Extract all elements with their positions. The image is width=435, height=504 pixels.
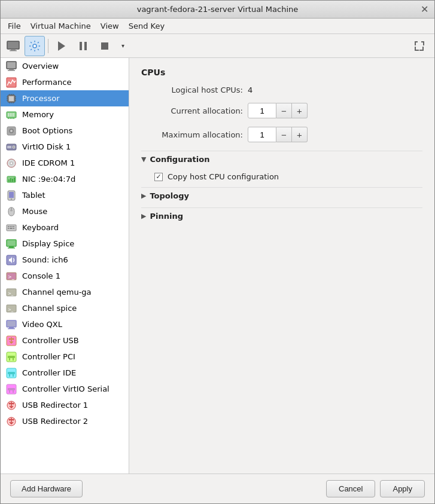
maximum-allocation-increment[interactable]: + [292, 127, 308, 142]
svg-rect-89 [8, 388, 15, 390]
sidebar-label-controller-ide: Controller IDE [22, 368, 76, 377]
topology-header[interactable]: ▶ Topology [141, 187, 422, 204]
svg-point-54 [10, 209, 13, 211]
sidebar-item-overview[interactable]: Overview [1, 58, 129, 74]
monitor-btn[interactable] [3, 36, 23, 56]
pinning-header[interactable]: ▶ Pinning [141, 207, 422, 224]
svg-point-96 [9, 419, 11, 420]
sidebar-label-mouse: Mouse [22, 207, 47, 216]
sidebar-item-boot-options[interactable]: Boot Options [1, 123, 129, 139]
copy-cpu-row[interactable]: ✓ Copy host CPU configuration [154, 172, 413, 181]
svg-rect-5 [80, 42, 82, 50]
svg-point-3 [33, 44, 36, 48]
svg-rect-27 [8, 113, 9, 117]
svg-rect-41 [7, 146, 11, 148]
svg-rect-13 [9, 96, 14, 101]
svg-rect-90 [9, 390, 10, 393]
sidebar-item-controller-ide[interactable]: Controller IDE [1, 365, 129, 381]
current-allocation-decrement[interactable]: − [276, 103, 292, 118]
svg-rect-61 [10, 228, 13, 229]
svg-rect-8 [7, 62, 16, 69]
sidebar-item-performance[interactable]: Performance [1, 74, 129, 90]
sidebar-item-nic[interactable]: NIC :9e:04:7d [1, 171, 129, 187]
apply-button[interactable]: Apply [380, 480, 425, 497]
virtio-disk-icon [5, 141, 17, 153]
maximum-allocation-decrement[interactable]: − [276, 127, 292, 142]
video-qxl-icon [5, 319, 17, 331]
sidebar-item-controller-pci[interactable]: Controller PCI [1, 349, 129, 365]
sidebar-item-keyboard[interactable]: Keyboard [1, 219, 129, 236]
stop-btn[interactable] [95, 36, 115, 56]
copy-cpu-label: Copy host CPU configuration [168, 172, 279, 181]
sidebar-label-ide-cdrom: IDE CDROM 1 [22, 158, 75, 167]
add-hardware-button[interactable]: Add Hardware [10, 480, 83, 497]
svg-rect-91 [13, 390, 14, 393]
performance-icon [5, 77, 17, 88]
sidebar-item-video-qxl[interactable]: Video QXL [1, 316, 129, 332]
svg-rect-9 [9, 69, 14, 70]
sidebar-item-processor[interactable]: Processor [1, 90, 129, 106]
sidebar-item-controller-virtio[interactable]: Controller VirtIO Serial [1, 381, 129, 397]
svg-rect-64 [9, 246, 14, 248]
sidebar-item-console[interactable]: >_ Console 1 [1, 268, 129, 284]
sidebar-item-tablet[interactable]: Tablet [1, 187, 129, 203]
tablet-icon [5, 190, 17, 201]
sidebar-item-usb-redirector-2[interactable]: USB Redirector 2 [1, 413, 129, 429]
processor-icon [5, 93, 17, 105]
sidebar-item-memory[interactable]: Memory [1, 106, 129, 123]
cancel-button[interactable]: Cancel [326, 480, 375, 497]
menu-view[interactable]: View [96, 20, 124, 32]
sidebar-item-controller-usb[interactable]: Controller USB [1, 332, 129, 349]
menu-file[interactable]: File [3, 20, 26, 32]
pause-btn[interactable] [73, 36, 93, 56]
main-window: vagrant-fedora-21-server Virtual Machine… [0, 0, 435, 504]
channel-spice-icon: >_ [5, 303, 17, 314]
logical-cpus-label: Logical host CPUs: [141, 85, 243, 94]
configuration-header[interactable]: ▼ Configuration [141, 151, 422, 167]
sidebar-item-usb-redirector-1[interactable]: USB Redirector 1 [1, 397, 129, 413]
sidebar-item-sound[interactable]: Sound: ich6 [1, 252, 129, 268]
detail-panel: CPUs Logical host CPUs: 4 Current alloca… [129, 58, 434, 474]
play-btn[interactable] [51, 36, 72, 56]
svg-rect-30 [13, 113, 14, 117]
svg-rect-74 [7, 320, 16, 327]
memory-icon [5, 109, 17, 121]
close-button[interactable]: ✕ [419, 4, 430, 15]
sidebar-label-controller-pci: Controller PCI [22, 352, 75, 361]
sidebar-label-controller-virtio: Controller VirtIO Serial [22, 384, 109, 393]
channel-qemu-icon: >_ [5, 286, 17, 298]
controller-pci-icon [5, 351, 17, 363]
sidebar-item-channel-qemu[interactable]: >_ Channel qemu-ga [1, 284, 129, 300]
usb-redirector-2-icon [5, 416, 17, 427]
sidebar-label-nic: NIC :9e:04:7d [22, 175, 75, 184]
current-allocation-input[interactable] [248, 103, 276, 118]
copy-cpu-checkbox[interactable]: ✓ [154, 173, 163, 181]
maximum-allocation-input[interactable] [248, 127, 276, 142]
current-allocation-label: Current allocation: [141, 106, 243, 115]
menu-virtual-machine[interactable]: Virtual Machine [26, 20, 96, 32]
topology-section: ▶ Topology [141, 187, 422, 204]
ide-cdrom-icon [5, 157, 17, 169]
svg-rect-48 [12, 179, 13, 182]
current-allocation-increment[interactable]: + [292, 103, 308, 118]
sidebar-item-channel-spice[interactable]: >_ Channel spice [1, 300, 129, 316]
svg-rect-81 [8, 356, 15, 358]
svg-point-37 [10, 130, 13, 132]
pinning-label: Pinning [150, 212, 183, 221]
sidebar-label-performance: Performance [22, 78, 71, 87]
power-dropdown-btn[interactable]: ▾ [116, 36, 129, 56]
topology-arrow: ▶ [141, 192, 146, 200]
sidebar-label-usb-redirector-1: USB Redirector 1 [22, 401, 88, 410]
svg-rect-65 [8, 248, 15, 249]
sidebar-item-display-spice[interactable]: Display Spice [1, 236, 129, 252]
settings-btn[interactable] [25, 36, 45, 56]
sidebar-label-usb-redirector-2: USB Redirector 2 [22, 417, 88, 426]
menu-send-key[interactable]: Send Key [124, 20, 169, 32]
svg-rect-58 [11, 226, 13, 227]
svg-rect-75 [9, 327, 14, 328]
toolbar-separator-1 [48, 39, 48, 53]
sidebar-item-virtio-disk[interactable]: VirtIO Disk 1 [1, 139, 129, 155]
sidebar-item-mouse[interactable]: Mouse [1, 203, 129, 219]
sidebar-item-ide-cdrom[interactable]: IDE CDROM 1 [1, 155, 129, 171]
fullscreen-btn[interactable] [409, 36, 430, 56]
